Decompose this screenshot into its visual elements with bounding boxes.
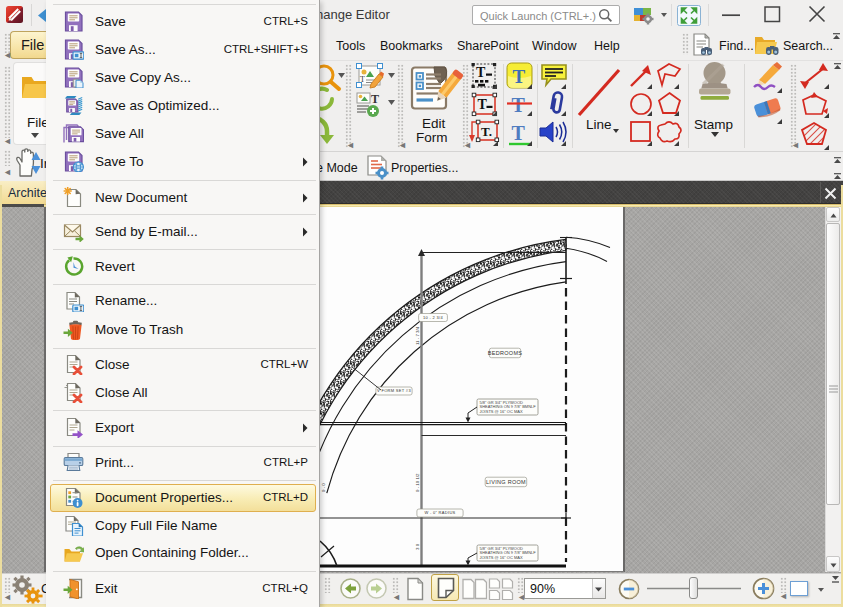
svg-text:T: T (513, 66, 526, 87)
svg-text:11 - 7 3/4: 11 - 7 3/4 (415, 326, 420, 345)
svg-text:T: T (512, 122, 526, 144)
svg-text:JOISTS @ 16" OC MAX: JOISTS @ 16" OC MAX (480, 555, 523, 560)
svg-text:BEDROOMS: BEDROOMS (488, 350, 523, 356)
svg-text:LIVING ROOM: LIVING ROOM (486, 479, 526, 485)
svg-text:T.: T. (481, 124, 492, 139)
svg-text:3 0: 3 0 (415, 543, 420, 550)
svg-text:JOISTS @ 16" OC MAX: JOISTS @ 16" OC MAX (480, 409, 523, 414)
svg-text:10 - 2 3/4: 10 - 2 3/4 (423, 315, 443, 320)
svg-text:W - 0" RADIUS: W - 0" RADIUS (424, 510, 455, 515)
svg-text:T: T (478, 97, 488, 112)
svg-text:9 - 10 1/2: 9 - 10 1/2 (415, 473, 420, 492)
svg-text:T: T (512, 94, 526, 116)
svg-text:T: T (476, 65, 486, 80)
svg-text:V FORM SET #3: V FORM SET #3 (377, 388, 411, 393)
svg-text:9 - 0: 9 - 0 (321, 483, 326, 492)
svg-text:T: T (371, 92, 379, 106)
